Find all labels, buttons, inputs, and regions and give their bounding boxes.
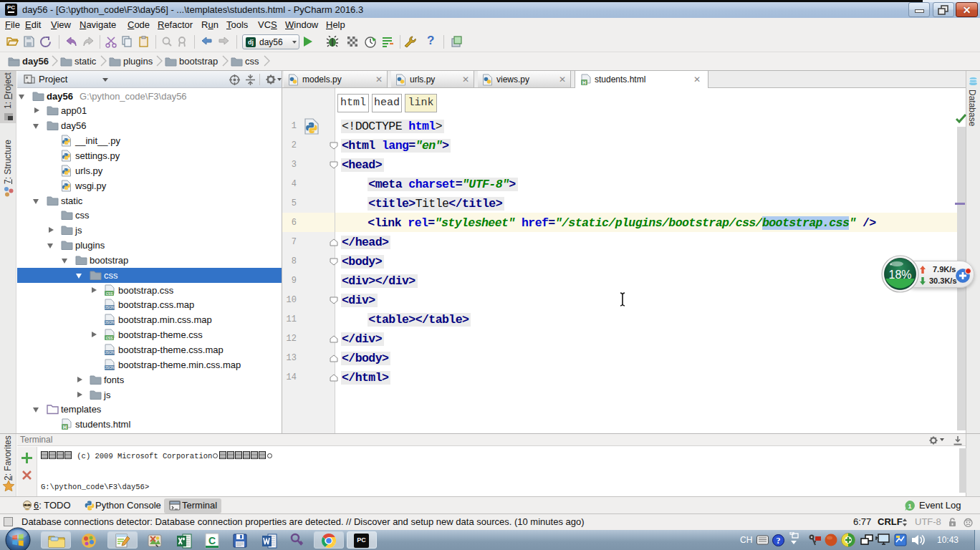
svg-text:css: css <box>106 335 114 340</box>
svg-text:JSON: JSON <box>105 350 115 354</box>
svg-text:C: C <box>208 535 216 546</box>
svg-text:css: css <box>106 290 114 295</box>
svg-text:JSON: JSON <box>105 306 115 310</box>
svg-text:JSON: JSON <box>105 365 115 370</box>
svg-text:18%: 18% <box>888 269 911 281</box>
svg-text:JSON: JSON <box>105 321 115 325</box>
svg-text:H: H <box>582 80 586 85</box>
svg-text:H: H <box>63 425 67 430</box>
svg-text:?: ? <box>777 536 781 546</box>
svg-text:1: 1 <box>908 503 911 510</box>
